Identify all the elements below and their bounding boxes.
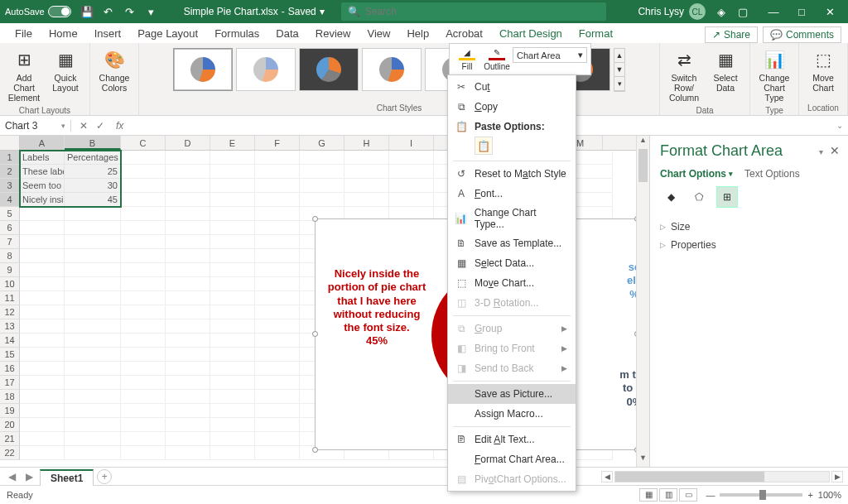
tab-data[interactable]: Data xyxy=(267,24,306,43)
cell[interactable] xyxy=(121,390,166,404)
cell[interactable] xyxy=(255,348,300,362)
comments-button[interactable]: 💬Comments xyxy=(763,26,841,43)
cell[interactable] xyxy=(121,334,166,348)
cell[interactable] xyxy=(121,193,166,207)
quick-layout-button[interactable]: ▦Quick Layout xyxy=(46,46,84,94)
tab-chart-options[interactable]: Chart Options▾ xyxy=(660,168,733,180)
cell[interactable] xyxy=(20,221,65,235)
cell[interactable] xyxy=(210,432,255,446)
switch-row-col-button[interactable]: ⇄Switch Row/ Column xyxy=(665,46,703,104)
tab-home[interactable]: Home xyxy=(41,24,86,43)
cell[interactable] xyxy=(166,305,210,319)
effects-tab[interactable]: ⬠ xyxy=(688,186,710,208)
cell[interactable] xyxy=(210,348,255,362)
zoom-slider[interactable] xyxy=(720,493,802,497)
cell[interactable] xyxy=(121,263,166,277)
cell[interactable]: 25 xyxy=(65,165,121,179)
cell[interactable] xyxy=(20,404,65,418)
cell[interactable] xyxy=(20,362,65,376)
row-header[interactable]: 7 xyxy=(0,235,20,249)
row-header[interactable]: 18 xyxy=(0,390,20,404)
cell[interactable] xyxy=(255,390,300,404)
add-chart-element-button[interactable]: ⊞Add Chart Element xyxy=(5,46,43,104)
close-button[interactable]: ✕ xyxy=(817,2,843,21)
scrollbar-thumb[interactable] xyxy=(638,149,648,182)
row-header[interactable]: 8 xyxy=(0,249,20,263)
cell[interactable] xyxy=(166,334,210,348)
cell[interactable] xyxy=(121,291,166,305)
cell[interactable] xyxy=(121,165,166,179)
cell[interactable] xyxy=(65,207,121,221)
cell[interactable]: Percentages xyxy=(65,151,121,165)
cell[interactable] xyxy=(255,334,300,348)
cell[interactable] xyxy=(121,179,166,193)
zoom-level[interactable]: 100% xyxy=(818,490,841,500)
cell[interactable] xyxy=(210,235,255,249)
cell[interactable] xyxy=(20,446,65,460)
cell[interactable] xyxy=(65,390,121,404)
scroll-down-icon[interactable]: ▼ xyxy=(637,454,649,467)
cell[interactable] xyxy=(65,305,121,319)
cell[interactable] xyxy=(65,235,121,249)
sheet-nav-next[interactable]: ▶ xyxy=(22,471,36,482)
col-header-E[interactable]: E xyxy=(210,136,255,150)
fill-line-tab[interactable]: ◆ xyxy=(660,186,682,208)
data-label-1[interactable]: Nicely inside the portion of pie chart t… xyxy=(327,267,426,348)
cell[interactable] xyxy=(65,376,121,390)
cell[interactable] xyxy=(65,249,121,263)
resize-handle[interactable] xyxy=(634,216,636,222)
page-layout-view-button[interactable]: ▥ xyxy=(659,488,677,502)
row-header[interactable]: 9 xyxy=(0,263,20,277)
col-header-A[interactable]: A xyxy=(20,136,65,150)
tab-format[interactable]: Format xyxy=(571,24,621,43)
ribbon-display-icon[interactable]: ▢ xyxy=(735,4,750,19)
cell[interactable] xyxy=(255,305,300,319)
search-box[interactable]: 🔍 xyxy=(341,2,606,21)
menu-change-chart-type[interactable]: 📊Change Chart Type... xyxy=(448,204,576,233)
section-properties[interactable]: ▷Properties xyxy=(660,236,838,254)
cell[interactable] xyxy=(255,291,300,305)
cell[interactable] xyxy=(121,418,166,432)
tab-file[interactable]: File xyxy=(7,24,41,43)
chart-style-3[interactable] xyxy=(299,48,359,91)
scroll-up-icon[interactable]: ▲ xyxy=(637,136,649,149)
data-label-2[interactable]: seels% xyxy=(597,261,636,301)
scrollbar-thumb[interactable] xyxy=(615,472,764,482)
col-header-C[interactable]: C xyxy=(121,136,166,150)
cell[interactable]: These labe xyxy=(20,165,65,179)
menu-format-chart-area[interactable]: Format Chart Area... xyxy=(448,449,576,469)
cell[interactable] xyxy=(65,334,121,348)
cell[interactable] xyxy=(121,319,166,334)
qat-dropdown-icon[interactable]: ▾ xyxy=(144,4,159,19)
cell[interactable] xyxy=(121,432,166,446)
cell[interactable] xyxy=(121,235,166,249)
row-header[interactable]: 21 xyxy=(0,432,20,446)
account-button[interactable]: Chris Lysy CL xyxy=(638,3,706,20)
col-header-G[interactable]: G xyxy=(300,136,344,150)
cell[interactable] xyxy=(65,446,121,460)
cell[interactable] xyxy=(255,207,300,221)
cell[interactable] xyxy=(65,221,121,235)
resize-handle[interactable] xyxy=(312,216,318,222)
cell[interactable]: Nicely insi xyxy=(20,193,65,207)
scroll-right-icon[interactable]: ▶ xyxy=(831,471,843,482)
gallery-more-icon[interactable]: ▾ xyxy=(614,77,624,91)
cell[interactable] xyxy=(65,263,121,277)
sheet-nav-prev[interactable]: ◀ xyxy=(5,471,19,482)
toggle-icon[interactable] xyxy=(48,6,71,17)
cell[interactable] xyxy=(255,179,300,193)
cell[interactable] xyxy=(344,151,389,165)
cell[interactable] xyxy=(166,221,210,235)
cell[interactable] xyxy=(166,165,210,179)
redo-icon[interactable]: ↷ xyxy=(123,4,137,19)
cancel-formula-icon[interactable]: ✕ xyxy=(76,120,91,132)
menu-copy[interactable]: ⧉Copy xyxy=(448,97,576,117)
select-data-button[interactable]: ▦Select Data xyxy=(706,46,744,94)
undo-icon[interactable]: ↶ xyxy=(101,4,116,19)
name-box[interactable]: Chart 3▾ xyxy=(0,120,71,132)
document-title[interactable]: Simple Pie Chart.xlsx - Saved ▾ xyxy=(184,6,325,17)
resize-handle[interactable] xyxy=(312,331,318,337)
cell[interactable] xyxy=(210,319,255,334)
cell[interactable] xyxy=(210,362,255,376)
cell[interactable] xyxy=(20,334,65,348)
